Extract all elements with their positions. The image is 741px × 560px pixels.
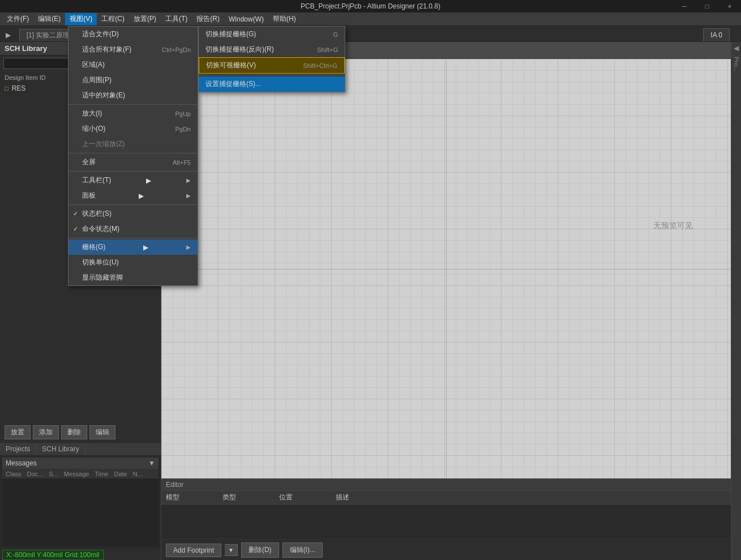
minimize-btn[interactable]: ─ bbox=[673, 0, 696, 12]
edit-btn[interactable]: 编辑 bbox=[89, 425, 115, 439]
editor-col-position: 位置 bbox=[279, 493, 324, 502]
menu-tools[interactable]: 工具(T) bbox=[161, 13, 192, 25]
menu-fullscreen[interactable]: 全屏 Alt+F5 bbox=[68, 155, 198, 170]
editor-col-desc: 描述 bbox=[336, 493, 381, 502]
component-icon: □ bbox=[5, 85, 8, 92]
no-preview-text: 无预览可见 bbox=[653, 221, 693, 231]
nav-back[interactable]: ▶ bbox=[1, 29, 19, 41]
msg-col-time: Time bbox=[95, 471, 108, 477]
editor-edit-btn[interactable]: 编辑(I)... bbox=[282, 542, 323, 558]
menu-statusbar[interactable]: 状态栏(S) bbox=[68, 206, 198, 221]
editor-body bbox=[161, 505, 731, 538]
editor-col-model: 模型 bbox=[166, 493, 211, 502]
panel-tab-schlib[interactable]: SCH Library bbox=[36, 443, 85, 455]
left-panel-buttons: 放置 添加 删除 编辑 bbox=[0, 421, 161, 443]
maximize-btn[interactable]: □ bbox=[696, 0, 718, 12]
editor-panel: Editor 模型 类型 位置 描述 Add Footprint ▼ 删除(D)… bbox=[161, 478, 731, 560]
menu-window[interactable]: Window(W) bbox=[224, 13, 268, 25]
msg-col-n: N... bbox=[133, 471, 143, 477]
menu-help[interactable]: 帮助(H) bbox=[268, 13, 301, 25]
msg-col-doc: Doc... bbox=[27, 471, 44, 477]
submenu-toggle-snap-rev[interactable]: 切换捕捉栅格(反向)(R) Shift+G bbox=[199, 42, 345, 57]
msg-col-s: S... bbox=[49, 471, 58, 477]
close-btn[interactable]: × bbox=[718, 0, 741, 12]
editor-header: Editor bbox=[161, 479, 731, 491]
add-btn[interactable]: 添加 bbox=[33, 425, 59, 439]
msg-col-date: Date bbox=[114, 471, 127, 477]
menu-view[interactable]: 视图(V) bbox=[65, 13, 97, 25]
delete-btn[interactable]: 删除 bbox=[61, 425, 87, 439]
menu-bar: 文件(F) 编辑(E) 视图(V) 工程(C) 放置(P) 工具(T) 报告(R… bbox=[0, 12, 741, 26]
menu-toolbar[interactable]: 工具栏(T) ▶ bbox=[68, 173, 198, 188]
menu-edit[interactable]: 编辑(E) bbox=[33, 13, 65, 25]
messages-header: Messages ▼ bbox=[2, 458, 159, 469]
menu-zoom-out[interactable]: 缩小(O) PgDn bbox=[68, 121, 198, 136]
editor-col-type: 类型 bbox=[222, 493, 268, 502]
menu-panel[interactable]: 面板 ▶ bbox=[68, 188, 198, 203]
msg-col-class: Class bbox=[6, 471, 22, 477]
preview-area: 无预览可见 bbox=[616, 221, 730, 231]
messages-dropdown[interactable]: ▼ bbox=[148, 459, 155, 467]
cross-vertical bbox=[446, 59, 447, 478]
menu-report[interactable]: 报告(R) bbox=[192, 13, 224, 25]
menu-cmdstatus[interactable]: 命令状态(M) bbox=[68, 221, 198, 237]
content-area: ▼ + ▭ ▬ ◆ / A ■ Editor 模型 类型 位置 描述 bbox=[161, 42, 731, 560]
right-panel: ◀ Pro... bbox=[731, 42, 741, 560]
menu-show-hidden[interactable]: 显示隐藏管脚 bbox=[68, 270, 198, 285]
title-text: PCB_Project.PrjPcb - Altium Designer (21… bbox=[301, 2, 440, 10]
component-name: RES bbox=[12, 84, 26, 92]
editor-delete-btn[interactable]: 删除(D) bbox=[241, 542, 279, 558]
tab-ia[interactable]: IA 0 bbox=[703, 28, 730, 41]
menu-area[interactable]: 区域(A) bbox=[68, 57, 198, 72]
editor-footer: Add Footprint ▼ 删除(D) 编辑(I)... bbox=[161, 538, 731, 560]
status-coords: X:-800mil Y:400mil Grid:100mil bbox=[2, 550, 104, 560]
msg-col-message: Message bbox=[64, 471, 89, 477]
panel-tabs: Projects SCH Library bbox=[0, 443, 161, 455]
grid-submenu: 切换捕捉栅格(G) G 切换捕捉栅格(反向)(R) Shift+G 切换可视栅格… bbox=[198, 26, 345, 92]
submenu-toggle-visible[interactable]: 切换可视栅格(V) Shift+Ctrl+G bbox=[199, 57, 345, 74]
submenu-set-snap[interactable]: 设置捕捉栅格(S)... bbox=[199, 76, 345, 92]
menu-project[interactable]: 工程(C) bbox=[97, 13, 129, 25]
menu-moderate[interactable]: 适中的对象(E) bbox=[68, 88, 198, 103]
menu-file[interactable]: 文件(F) bbox=[2, 13, 33, 25]
schlib-canvas[interactable] bbox=[161, 59, 731, 478]
title-controls: ─ □ × bbox=[673, 0, 741, 12]
messages-title: Messages bbox=[6, 459, 37, 467]
menu-around-point[interactable]: 点周围(P) bbox=[68, 72, 198, 88]
menu-grid[interactable]: 栅格(G) ▶ bbox=[68, 240, 198, 255]
editor-columns: 模型 类型 位置 描述 bbox=[161, 491, 731, 505]
submenu-toggle-snap[interactable]: 切换捕捉栅格(G) G bbox=[199, 27, 345, 42]
menu-zoom-prev[interactable]: 上一次缩放(Z) bbox=[68, 136, 198, 152]
messages-panel: Messages ▼ Class Doc... S... Message Tim… bbox=[0, 455, 161, 549]
menu-toggle-unit[interactable]: 切换单位(U) bbox=[68, 255, 198, 270]
add-footprint-btn[interactable]: Add Footprint bbox=[166, 544, 221, 557]
submenu-sep bbox=[199, 75, 345, 75]
menu-sep-3 bbox=[68, 171, 198, 172]
messages-columns: Class Doc... S... Message Time Date N... bbox=[2, 469, 159, 478]
status-area: X:-800mil Y:400mil Grid:100mil bbox=[0, 549, 161, 560]
menu-sep-1 bbox=[68, 104, 198, 105]
menu-zoom-in[interactable]: 放大(I) PgUp bbox=[68, 106, 198, 121]
view-dropdown-menu: 适合文件(D) 适合所有对象(F) Ctrl+PgDn 区域(A) 点周围(P)… bbox=[68, 26, 198, 286]
menu-sep-4 bbox=[68, 204, 198, 205]
right-panel-label[interactable]: Pro... bbox=[733, 54, 740, 74]
menu-fit-all[interactable]: 适合所有对象(F) Ctrl+PgDn bbox=[68, 42, 198, 57]
add-footprint-dropdown[interactable]: ▼ bbox=[225, 544, 238, 556]
menu-sep-2 bbox=[68, 153, 198, 153]
menu-fit-file[interactable]: 适合文件(D) bbox=[68, 27, 198, 42]
panel-tab-projects[interactable]: Projects bbox=[0, 443, 36, 455]
right-panel-toggle[interactable]: ◀ bbox=[734, 42, 739, 54]
menu-place[interactable]: 放置(P) bbox=[129, 13, 161, 25]
title-bar: PCB_Project.PrjPcb - Altium Designer (21… bbox=[0, 0, 741, 12]
messages-body bbox=[2, 478, 159, 546]
place-btn[interactable]: 放置 bbox=[5, 425, 31, 439]
menu-sep-5 bbox=[68, 238, 198, 238]
